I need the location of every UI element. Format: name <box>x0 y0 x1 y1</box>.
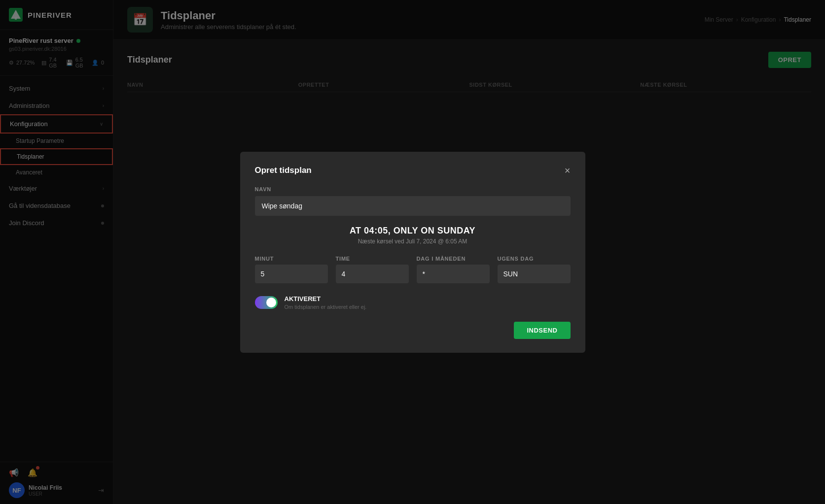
modal-overlay: Opret tidsplan × NAVN AT 04:05, ONLY ON … <box>0 0 825 504</box>
dag-maaned-field: DAG I MÅNEDEN <box>417 256 490 283</box>
ugens-dag-input[interactable] <box>498 265 571 283</box>
name-input[interactable] <box>255 196 571 216</box>
toggle-thumb <box>266 298 276 307</box>
toggle-description: Om tidsplanen er aktiveret eller ej. <box>285 304 367 310</box>
cron-next-run: Næste kørsel ved Juli 7, 2024 @ 6:05 AM <box>255 238 571 245</box>
cron-display: AT 04:05, ONLY ON SUNDAY Næste kørsel ve… <box>255 226 571 245</box>
toggle-label: AKTIVERET <box>285 295 367 302</box>
dag-maaned-label: DAG I MÅNEDEN <box>417 256 490 262</box>
cron-expression-text: AT 04:05, ONLY ON SUNDAY <box>255 226 571 236</box>
toggle-row: AKTIVERET Om tidsplanen er aktiveret ell… <box>255 295 571 310</box>
name-field-label: NAVN <box>255 186 571 192</box>
cron-fields: MINUT TIME DAG I MÅNEDEN UGENS DAG <box>255 256 571 283</box>
modal-title: Opret tidsplan <box>255 166 312 175</box>
ugens-dag-label: UGENS DAG <box>498 256 571 262</box>
submit-button[interactable]: INDSEND <box>514 322 570 339</box>
aktiveret-toggle[interactable] <box>255 296 278 309</box>
modal-footer: INDSEND <box>255 322 571 339</box>
modal-header: Opret tidsplan × <box>255 166 571 175</box>
minut-input[interactable] <box>255 265 328 283</box>
toggle-label-group: AKTIVERET Om tidsplanen er aktiveret ell… <box>285 295 367 310</box>
create-tidsplan-modal: Opret tidsplan × NAVN AT 04:05, ONLY ON … <box>240 152 585 353</box>
toggle-track <box>255 296 278 309</box>
minut-label: MINUT <box>255 256 328 262</box>
time-input[interactable] <box>336 265 409 283</box>
modal-close-button[interactable]: × <box>565 166 571 175</box>
time-label: TIME <box>336 256 409 262</box>
time-field: TIME <box>336 256 409 283</box>
ugens-dag-field: UGENS DAG <box>498 256 571 283</box>
minut-field: MINUT <box>255 256 328 283</box>
dag-maaned-input[interactable] <box>417 265 490 283</box>
